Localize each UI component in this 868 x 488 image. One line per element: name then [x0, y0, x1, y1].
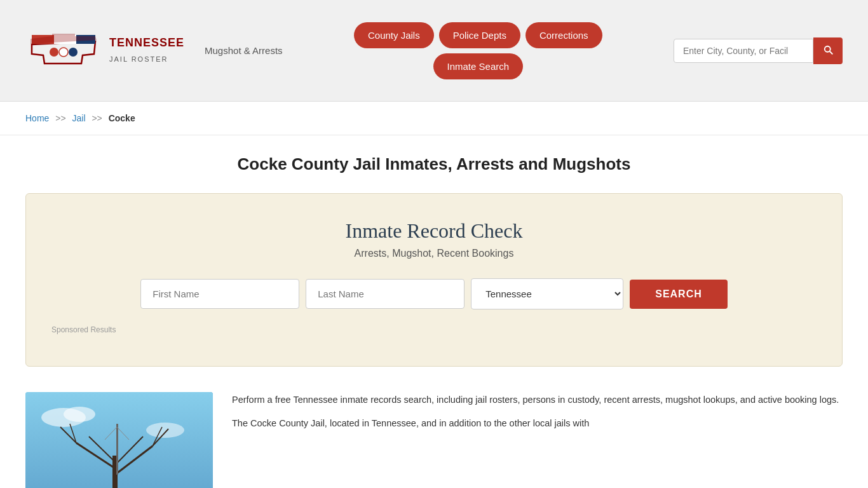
svg-point-1: [50, 48, 58, 57]
svg-point-10: [146, 423, 184, 438]
record-check-title: Inmate Record Check: [51, 219, 817, 243]
corrections-button[interactable]: Corrections: [526, 22, 602, 48]
inmate-search-button[interactable]: Inmate Search: [433, 53, 524, 79]
header-search-input[interactable]: [674, 39, 813, 63]
record-check-subtitle: Arrests, Mugshot, Recent Bookings: [51, 248, 817, 259]
svg-point-2: [59, 48, 68, 57]
bottom-text: Perform a free Tennessee inmate records …: [232, 392, 843, 488]
breadcrumb-sep2: >>: [92, 113, 102, 123]
breadcrumb-sep1: >>: [55, 113, 65, 123]
search-icon: [822, 44, 834, 55]
record-check-box: Inmate Record Check Arrests, Mugshot, Re…: [25, 193, 843, 367]
police-depts-button[interactable]: Police Depts: [439, 22, 520, 48]
page-title: Cocke County Jail Inmates, Arrests and M…: [25, 154, 843, 174]
nav-row-1: County Jails Police Depts Corrections: [354, 22, 602, 48]
bottom-image-svg: [25, 392, 213, 488]
bottom-section: Perform a free Tennessee inmate records …: [25, 392, 843, 488]
logo-image: [25, 22, 102, 79]
mugshot-label: Mugshot & Arrests: [205, 45, 283, 56]
state-select[interactable]: AlabamaAlaskaArizonaArkansasCaliforniaCo…: [471, 278, 623, 309]
svg-rect-20: [116, 424, 118, 475]
breadcrumb-current: Cocke: [109, 113, 135, 123]
header: TENNESSEE JAIL ROSTER Mugshot & Arrests …: [0, 0, 868, 102]
logo-area: TENNESSEE JAIL ROSTER Mugshot & Arrests: [25, 22, 283, 79]
nav-row-2: Inmate Search: [433, 53, 524, 79]
body-text-1: Perform a free Tennessee inmate records …: [232, 392, 843, 408]
main-content: Cocke County Jail Inmates, Arrests and M…: [0, 135, 868, 488]
county-jails-button[interactable]: County Jails: [354, 22, 434, 48]
svg-rect-7: [25, 392, 213, 488]
sponsored-label: Sponsored Results: [51, 325, 817, 334]
last-name-input[interactable]: [306, 279, 465, 309]
svg-point-9: [64, 407, 95, 422]
header-search-area: [674, 37, 843, 64]
inmate-search-submit-button[interactable]: SEARCH: [630, 280, 728, 309]
nav-area: County Jails Police Depts Corrections In…: [354, 22, 602, 79]
breadcrumb: Home >> Jail >> Cocke: [0, 102, 868, 135]
breadcrumb-jail[interactable]: Jail: [72, 113, 86, 123]
header-search-button[interactable]: [813, 37, 843, 64]
svg-point-3: [69, 48, 78, 57]
bottom-image: [25, 392, 213, 488]
logo-text-area: TENNESSEE JAIL ROSTER: [109, 36, 184, 65]
logo-title: TENNESSEE JAIL ROSTER: [109, 36, 184, 65]
breadcrumb-home[interactable]: Home: [25, 113, 49, 123]
first-name-input[interactable]: [140, 279, 299, 309]
body-text-2: The Cocke County Jail, located in Tennes…: [232, 416, 843, 431]
inmate-search-form: AlabamaAlaskaArizonaArkansasCaliforniaCo…: [51, 278, 817, 309]
